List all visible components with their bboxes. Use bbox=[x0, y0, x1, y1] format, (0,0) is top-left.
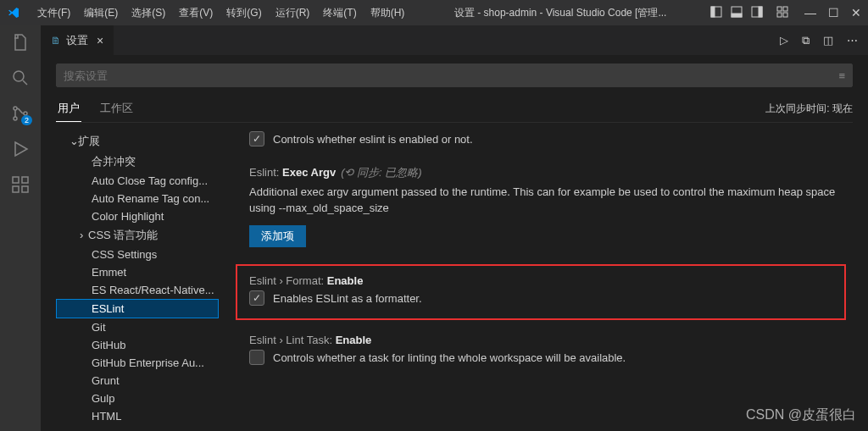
split-icon[interactable]: ⧉ bbox=[802, 34, 810, 47]
toc-item[interactable]: GitHub bbox=[56, 336, 219, 354]
toc-extensions[interactable]: ⌄扩展 bbox=[56, 131, 219, 152]
menu-edit[interactable]: 编辑(E) bbox=[77, 3, 125, 24]
layout-icon[interactable] bbox=[730, 5, 743, 21]
menu-run[interactable]: 运行(R) bbox=[269, 3, 317, 24]
toc-item[interactable]: Grunt bbox=[56, 372, 219, 390]
chevron-down-icon: ⌄ bbox=[70, 135, 78, 147]
settings-file-icon: 🗎 bbox=[51, 35, 61, 47]
layout-controls bbox=[709, 5, 789, 21]
vscode-logo-icon bbox=[7, 6, 20, 19]
svg-point-12 bbox=[14, 117, 17, 120]
highlighted-setting: Eslint › Format: Enable Enables ESLint a… bbox=[236, 264, 846, 321]
svg-rect-5 bbox=[759, 7, 762, 17]
svg-rect-9 bbox=[783, 13, 787, 17]
menu-terminal[interactable]: 终端(T) bbox=[316, 3, 363, 24]
svg-point-10 bbox=[14, 71, 24, 81]
search-input[interactable] bbox=[64, 69, 838, 82]
toc-item[interactable]: GitHub Enterprise Au... bbox=[56, 354, 219, 372]
more-icon[interactable]: ⋯ bbox=[847, 34, 858, 47]
toc-item[interactable]: HTML bbox=[56, 407, 219, 425]
menu-go[interactable]: 转到(G) bbox=[220, 3, 268, 24]
tab-settings[interactable]: 🗎 设置 × bbox=[41, 25, 114, 55]
source-control-icon[interactable]: 2 bbox=[10, 103, 31, 124]
toc-item[interactable]: Git bbox=[56, 318, 219, 336]
scope-row: 用户 工作区 上次同步时间: 现在 bbox=[56, 96, 853, 123]
checkbox-eslint-enable[interactable] bbox=[249, 131, 264, 146]
toc-item[interactable]: Gulp bbox=[56, 390, 219, 407]
checkbox-eslint-format-enable[interactable] bbox=[249, 290, 264, 306]
svg-rect-16 bbox=[13, 186, 19, 192]
toc-item[interactable]: ES React/React-Native... bbox=[56, 281, 219, 299]
explorer-icon[interactable] bbox=[10, 32, 31, 52]
tab-close-icon[interactable]: × bbox=[97, 34, 103, 47]
menu-help[interactable]: 帮助(H) bbox=[364, 3, 412, 24]
svg-rect-1 bbox=[711, 7, 715, 17]
sync-ignore-icon: (⟲ 同步: 已忽略) bbox=[341, 166, 422, 179]
setting-title: Eslint: Exec Argv(⟲ 同步: 已忽略) bbox=[249, 165, 846, 180]
settings-toc: ⌄扩展 合并冲突 Auto Close Tag config... Auto R… bbox=[56, 131, 219, 431]
svg-rect-3 bbox=[732, 14, 742, 17]
toc-item[interactable]: Auto Close Tag config... bbox=[56, 172, 219, 190]
extensions-icon[interactable] bbox=[10, 174, 31, 195]
toc-item[interactable]: Auto Rename Tag con... bbox=[56, 190, 219, 207]
scope-user[interactable]: 用户 bbox=[56, 96, 81, 122]
scope-workspace[interactable]: 工作区 bbox=[98, 96, 135, 122]
close-icon[interactable]: ✕ bbox=[851, 6, 861, 19]
run-debug-icon[interactable] bbox=[10, 139, 31, 159]
sync-status: 上次同步时间: 现在 bbox=[765, 102, 853, 116]
svg-rect-14 bbox=[13, 177, 19, 183]
setting-title: Eslint › Lint Task: Enable bbox=[249, 334, 846, 346]
svg-rect-7 bbox=[783, 7, 787, 11]
svg-point-11 bbox=[14, 107, 17, 110]
checkbox-eslint-linttask-enable[interactable] bbox=[249, 350, 264, 365]
setting-title: Eslint › Format: Enable bbox=[249, 274, 832, 287]
setting-desc: Controls whether a task for linting the … bbox=[273, 350, 626, 367]
layout-icon[interactable] bbox=[709, 5, 723, 21]
activity-bar: 2 bbox=[0, 25, 41, 431]
setting-eslint-linttask-enable: Eslint › Lint Task: Enable Controls whet… bbox=[236, 334, 846, 367]
layout-icon[interactable] bbox=[750, 5, 764, 21]
layout-icon[interactable] bbox=[776, 5, 789, 21]
search-icon[interactable] bbox=[10, 68, 31, 88]
setting-eslint-enable: Controls whether eslint is enabled or no… bbox=[236, 131, 846, 148]
tab-label: 设置 bbox=[66, 33, 88, 48]
clear-icon[interactable]: ≡ bbox=[838, 69, 845, 82]
editor-actions: ▷ ⧉ ◫ ⋯ bbox=[780, 34, 868, 47]
toc-item[interactable]: Emmet bbox=[56, 263, 219, 281]
scm-badge: 2 bbox=[21, 115, 32, 125]
menu-select[interactable]: 选择(S) bbox=[125, 3, 172, 24]
menu-file[interactable]: 文件(F) bbox=[31, 3, 77, 24]
toc-item-eslint[interactable]: ESLint bbox=[56, 299, 219, 318]
svg-rect-15 bbox=[22, 177, 28, 183]
editor-tabs: 🗎 设置 × ▷ ⧉ ◫ ⋯ bbox=[41, 25, 868, 55]
toc-item[interactable]: ›CSS 语言功能 bbox=[56, 225, 219, 246]
add-item-button[interactable]: 添加项 bbox=[249, 225, 306, 247]
setting-desc: Additional exec argv argument passed to … bbox=[249, 184, 846, 217]
maximize-icon[interactable]: ☐ bbox=[828, 6, 839, 19]
minimize-icon[interactable]: — bbox=[804, 6, 816, 19]
toc-item[interactable]: Color Highlight bbox=[56, 207, 219, 225]
settings-list: Controls whether eslint is enabled or no… bbox=[219, 131, 853, 431]
titlebar: 文件(F) 编辑(E) 选择(S) 查看(V) 转到(G) 运行(R) 终端(T… bbox=[0, 0, 868, 25]
toc-item[interactable]: CSS Settings bbox=[56, 246, 219, 263]
setting-desc: Controls whether eslint is enabled or no… bbox=[273, 131, 473, 148]
run-icon[interactable]: ▷ bbox=[780, 34, 788, 47]
menu-view[interactable]: 查看(V) bbox=[172, 3, 220, 24]
setting-eslint-exec-argv: Eslint: Exec Argv(⟲ 同步: 已忽略) Additional … bbox=[236, 165, 846, 247]
window-controls: — ☐ ✕ bbox=[804, 6, 861, 19]
menubar: 文件(F) 编辑(E) 选择(S) 查看(V) 转到(G) 运行(R) 终端(T… bbox=[31, 3, 411, 24]
settings-search[interactable]: ≡ bbox=[56, 64, 853, 87]
chevron-right-icon: › bbox=[80, 229, 88, 241]
layout-split-icon[interactable]: ◫ bbox=[823, 34, 833, 47]
svg-rect-17 bbox=[22, 186, 28, 192]
svg-rect-8 bbox=[777, 13, 782, 17]
window-title: 设置 - shop-admin - Visual Studio Code [管理… bbox=[411, 6, 709, 20]
setting-desc: Enables ESLint as a formatter. bbox=[273, 290, 422, 307]
toc-item[interactable]: 合并冲突 bbox=[56, 152, 219, 172]
svg-rect-6 bbox=[777, 7, 782, 11]
